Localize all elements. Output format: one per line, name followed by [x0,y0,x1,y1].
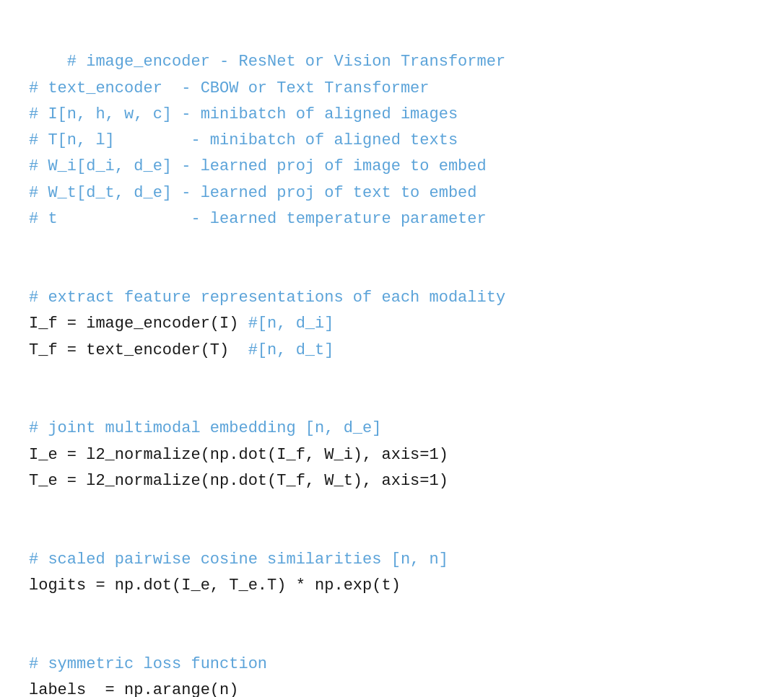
code-logits: logits = np.dot(I_e, T_e.T) * np.exp(t) [29,577,401,595]
code-i-e: I_e = l2_normalize(np.dot(I_f, W_i), axi… [29,446,448,464]
code-i-f: I_f = image_encoder(I) #[n, d_i] [29,315,334,333]
code-labels: labels = np.arange(n) [29,681,238,697]
comment-line-1: # image_encoder - ResNet or Vision Trans… [29,53,505,228]
code-container: # image_encoder - ResNet or Vision Trans… [0,0,784,697]
code-block: # image_encoder - ResNet or Vision Trans… [29,23,755,697]
code-t-e: T_e = l2_normalize(np.dot(T_f, W_t), axi… [29,472,448,490]
comment-joint: # joint multimodal embedding [n, d_e] [29,419,381,437]
code-t-f: T_f = text_encoder(T) #[n, d_t] [29,341,334,359]
comment-loss: # symmetric loss function [29,655,267,673]
comment-cosine: # scaled pairwise cosine similarities [n… [29,551,448,569]
comment-extract: # extract feature representations of eac… [29,289,505,307]
